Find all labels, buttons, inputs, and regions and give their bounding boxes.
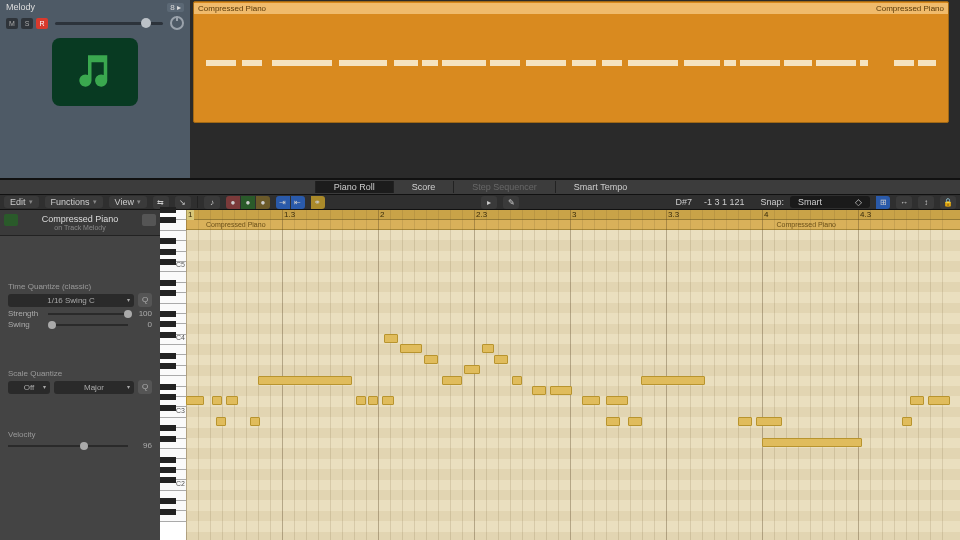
midi-note[interactable] bbox=[464, 365, 480, 374]
edit-menu[interactable]: Edit bbox=[4, 196, 39, 208]
piano-keyboard[interactable]: C5C4C3C2 bbox=[160, 210, 186, 540]
midi-note[interactable] bbox=[606, 396, 628, 405]
scale-type-selector[interactable]: Major bbox=[54, 381, 134, 394]
tab-smart-tempo[interactable]: Smart Tempo bbox=[555, 181, 645, 193]
time-quantize-label: Time Quantize (classic) bbox=[8, 282, 152, 291]
region-icon[interactable] bbox=[4, 214, 18, 226]
lock-icon[interactable]: 🔒 bbox=[940, 196, 956, 209]
swing-label: Swing bbox=[8, 320, 44, 329]
midi-note[interactable] bbox=[384, 334, 398, 343]
tab-score[interactable]: Score bbox=[393, 181, 454, 193]
midi-note[interactable] bbox=[641, 376, 705, 385]
scale-enable-selector[interactable]: Off bbox=[8, 381, 50, 394]
automation-group: ● ● ● bbox=[226, 196, 270, 209]
note-info: D#7 bbox=[675, 197, 692, 207]
inspector-region-name: Compressed Piano bbox=[4, 214, 156, 224]
pencil-tool-icon[interactable]: ✎ bbox=[503, 196, 519, 209]
midi-note[interactable] bbox=[216, 417, 226, 426]
snap-selector[interactable]: Smart◇ bbox=[790, 196, 870, 208]
mute-button[interactable]: M bbox=[6, 18, 18, 29]
midi-note[interactable] bbox=[258, 376, 352, 385]
zoom-h-icon[interactable]: ↔ bbox=[896, 196, 912, 209]
midi-note[interactable] bbox=[482, 344, 494, 353]
midi-note[interactable] bbox=[910, 396, 924, 405]
music-note-icon bbox=[74, 50, 116, 94]
midi-note[interactable] bbox=[400, 344, 422, 353]
region-title-left: Compressed Piano bbox=[198, 4, 266, 13]
midi-note[interactable] bbox=[382, 396, 394, 405]
instrument-icon[interactable] bbox=[52, 38, 138, 106]
link-group: ⇥ ⇤ bbox=[276, 196, 305, 209]
snap-mode-icon[interactable]: ⊞ bbox=[876, 196, 890, 209]
midi-note[interactable] bbox=[424, 355, 438, 364]
cycle-icon[interactable]: ● bbox=[256, 196, 270, 209]
inspector-track-name: on Track Melody bbox=[4, 224, 156, 231]
midi-note[interactable] bbox=[226, 396, 238, 405]
functions-menu[interactable]: Functions bbox=[45, 196, 103, 208]
midi-note[interactable] bbox=[902, 417, 912, 426]
track-name[interactable]: Melody bbox=[6, 2, 163, 12]
midi-in-icon[interactable]: ♪ bbox=[204, 196, 220, 209]
collapse-icon[interactable]: ⇥ bbox=[276, 196, 290, 209]
list-view-icon[interactable] bbox=[142, 214, 156, 226]
link-icon[interactable]: ⚭ bbox=[311, 196, 325, 209]
swing-value: 0 bbox=[132, 320, 152, 329]
quantize-button[interactable]: Q bbox=[138, 293, 152, 307]
pointer-tool-icon[interactable]: ▸ bbox=[481, 196, 497, 209]
solo-button[interactable]: S bbox=[21, 18, 33, 29]
midi-note[interactable] bbox=[928, 396, 950, 405]
catch-icon[interactable]: ↘ bbox=[175, 196, 191, 209]
bounce-icon[interactable]: ● bbox=[241, 196, 255, 209]
zoom-v-icon[interactable]: ↕ bbox=[918, 196, 934, 209]
midi-note[interactable] bbox=[628, 417, 642, 426]
velocity-value: 96 bbox=[132, 441, 152, 450]
velocity-label: Velocity bbox=[8, 430, 152, 439]
track-header[interactable]: 2 Melody 8 ▸ M S R bbox=[0, 0, 190, 178]
midi-note[interactable] bbox=[368, 396, 378, 405]
midi-out-icon[interactable]: ● bbox=[226, 196, 240, 209]
region-title-right: Compressed Piano bbox=[876, 4, 944, 13]
midi-note[interactable] bbox=[606, 417, 620, 426]
arrange-area[interactable]: Compressed Piano Compressed Piano bbox=[190, 0, 960, 178]
snap-label: Snap: bbox=[760, 197, 784, 207]
swing-slider[interactable] bbox=[48, 324, 128, 326]
quantize-value-selector[interactable]: 1/16 Swing C bbox=[8, 294, 134, 307]
midi-note[interactable] bbox=[512, 376, 522, 385]
volume-slider[interactable] bbox=[55, 22, 163, 25]
velocity-slider[interactable] bbox=[8, 445, 128, 447]
midi-region[interactable]: Compressed Piano Compressed Piano bbox=[193, 1, 949, 123]
position-info: -1 3 1 121 bbox=[704, 197, 745, 207]
expand-icon[interactable]: ⇤ bbox=[291, 196, 305, 209]
view-menu[interactable]: View bbox=[109, 196, 147, 208]
midi-note[interactable] bbox=[550, 386, 572, 395]
midi-note[interactable] bbox=[756, 417, 782, 426]
strength-slider[interactable] bbox=[48, 313, 128, 315]
midi-note[interactable] bbox=[762, 438, 862, 447]
strength-label: Strength bbox=[8, 309, 44, 318]
midi-note[interactable] bbox=[356, 396, 366, 405]
track-input-selector[interactable]: 8 ▸ bbox=[167, 3, 184, 12]
midi-note[interactable] bbox=[738, 417, 752, 426]
tab-piano-roll[interactable]: Piano Roll bbox=[315, 181, 393, 193]
midi-note[interactable] bbox=[532, 386, 546, 395]
strip-region-a: Compressed Piano bbox=[202, 220, 270, 229]
scale-quantize-button[interactable]: Q bbox=[138, 380, 152, 394]
piano-roll-toolbar: Edit Functions View ⇆ ↘ ♪ ● ● ● ⇥ ⇤ ⚭ ▸ … bbox=[0, 194, 960, 210]
tab-step-sequencer[interactable]: Step Sequencer bbox=[453, 181, 555, 193]
midi-note[interactable] bbox=[582, 396, 600, 405]
midi-note[interactable] bbox=[186, 396, 204, 405]
piano-roll-grid[interactable]: 11.322.333.344.3 Compressed Piano Compre… bbox=[186, 210, 960, 540]
strength-value: 100 bbox=[132, 309, 152, 318]
scale-quantize-label: Scale Quantize bbox=[8, 369, 152, 378]
midi-note[interactable] bbox=[212, 396, 222, 405]
midi-note[interactable] bbox=[442, 376, 462, 385]
pan-knob[interactable] bbox=[170, 16, 184, 30]
strip-region-b: Compressed Piano bbox=[772, 220, 840, 229]
midi-note[interactable] bbox=[250, 417, 260, 426]
editor-tab-bar: Piano Roll Score Step Sequencer Smart Te… bbox=[0, 180, 960, 194]
region-strip: Compressed Piano Compressed Piano bbox=[186, 220, 960, 230]
record-enable-button[interactable]: R bbox=[36, 18, 48, 29]
bar-ruler[interactable]: 11.322.333.344.3 bbox=[186, 210, 960, 220]
midi-note[interactable] bbox=[494, 355, 508, 364]
region-inspector: Compressed Piano on Track Melody Time Qu… bbox=[0, 210, 160, 540]
